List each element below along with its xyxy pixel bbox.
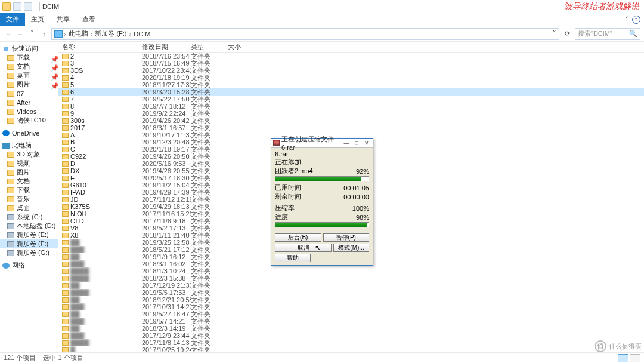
nav-history-dropdown[interactable]: ˅	[27, 29, 37, 39]
file-row[interactable]: 42020/1/18 19:19文件夹	[58, 74, 644, 81]
nav-up-button[interactable]: ↑	[39, 29, 49, 39]
crumb-drive[interactable]: 新加卷 (F:)	[94, 29, 128, 38]
nav-back-button[interactable]: ←	[4, 29, 13, 39]
sidebar-item-label: 音乐	[17, 195, 30, 204]
file-row[interactable]: ████2018/1/3 10:24文件夹	[58, 267, 644, 275]
folder-icon	[62, 197, 69, 202]
file-row[interactable]: 72019/5/22 17:50文件夹	[58, 96, 644, 103]
sidebar-item[interactable]: 桌面	[0, 204, 58, 213]
file-row[interactable]: 300s2019/4/26 20:42文件夹	[58, 117, 644, 124]
file-row[interactable]: ██2017/12/19 21:37文件夹	[58, 282, 644, 289]
chevron-right-icon[interactable]: ›	[129, 30, 132, 38]
file-name: ██	[70, 253, 80, 260]
file-row[interactable]: ███2019/5/7 14:21文件夹	[58, 318, 644, 325]
sidebar-item[interactable]: 系统 (C:)	[0, 213, 58, 222]
minimize-button[interactable]: —	[342, 140, 351, 147]
cancel-button[interactable]: 取消	[275, 244, 332, 252]
crumb-pc[interactable]: 此电脑	[67, 29, 89, 38]
file-row[interactable]: ██2018/2/3 14:19文件夹	[58, 325, 644, 332]
sidebar-item[interactable]: 此电脑	[0, 141, 58, 150]
tab-file[interactable]: 文件	[0, 13, 25, 26]
sidebar-item[interactable]: 新加卷 (E:)	[0, 230, 58, 239]
file-name: ██	[70, 310, 80, 318]
sidebar-item[interactable]: After	[0, 98, 58, 107]
nav-forward-button[interactable]: →	[16, 29, 25, 39]
file-row[interactable]: 52018/11/27 17:39文件夹	[58, 81, 644, 88]
breadcrumb[interactable]: › 此电脑 › 新加卷 (F:) › DCIM ˅	[51, 28, 559, 40]
sidebar-item[interactable]: 音乐	[0, 195, 58, 204]
view-details-button[interactable]	[618, 354, 628, 362]
breadcrumb-dropdown[interactable]: ˅	[553, 30, 556, 38]
sidebar-item[interactable]: 物侠TC10	[0, 116, 58, 125]
close-button[interactable]: ✕	[363, 140, 371, 147]
file-name: OLD	[70, 217, 84, 224]
sidebar-item[interactable]: OneDrive	[0, 128, 58, 137]
sidebar-item[interactable]: 视频	[0, 159, 58, 168]
sidebar-item[interactable]: 新加卷 (G:)	[0, 248, 58, 257]
chevron-right-icon[interactable]: ›	[64, 30, 66, 38]
file-name: D	[70, 160, 75, 167]
file-date: 2018/7/15 16:49	[142, 60, 191, 67]
file-row[interactable]: ███2017/10/31 14:27文件夹	[58, 303, 644, 310]
search-input[interactable]: 搜索"DCIM" 🔍	[575, 28, 640, 40]
file-row[interactable]: 62019/3/20 15:28文件夹	[58, 88, 644, 96]
sidebar-item[interactable]: 图片📌	[0, 80, 58, 89]
sidebar-item[interactable]: 07	[0, 89, 58, 98]
qat-item[interactable]	[24, 2, 32, 11]
file-date: 2017/10/31 14:27	[142, 303, 191, 310]
pause-button[interactable]: 暂停(P)	[323, 233, 370, 242]
file-row[interactable]: ██2019/5/27 18:47文件夹	[58, 310, 644, 318]
background-button[interactable]: 后台(B)	[275, 233, 321, 242]
file-row[interactable]: ███2017/12/9 23:44文件夹	[58, 332, 644, 339]
sidebar-item[interactable]: 快速访问	[0, 44, 58, 53]
sidebar-item[interactable]: 文档	[0, 177, 58, 186]
maximize-button[interactable]: □	[352, 140, 361, 147]
file-row[interactable]: ████2017/11/8 14:13文件夹	[58, 339, 644, 346]
file-row[interactable]: 32018/7/15 16:49文件夹	[58, 60, 644, 67]
sidebar-item[interactable]: 3D 对象	[0, 150, 58, 159]
help-icon[interactable]: ?	[632, 16, 640, 24]
folder-icon	[7, 109, 14, 115]
file-row[interactable]: 20172018/3/1 16:57文件夹	[58, 124, 644, 131]
help-button[interactable]: 帮助	[275, 254, 311, 262]
sidebar-item[interactable]: Videos	[0, 107, 58, 116]
mode-button[interactable]: 模式(M)...	[333, 244, 369, 252]
sidebar-item[interactable]: 本地磁盘 (D:)	[0, 222, 58, 230]
col-name[interactable]: 名称	[58, 42, 142, 52]
refresh-button[interactable]: ⟳	[562, 29, 572, 39]
ribbon-expand-icon[interactable]: ˅	[625, 16, 628, 23]
tab-home[interactable]: 主页	[25, 13, 51, 26]
file-name: ███	[70, 303, 84, 310]
file-row[interactable]: 22018/7/16 23:54文件夹	[58, 53, 644, 60]
pin-icon: 📌	[51, 64, 55, 69]
sidebar-item[interactable]: 下载📌	[0, 53, 58, 62]
col-size[interactable]: 大小	[228, 42, 264, 52]
sidebar-item[interactable]: 文档📌	[0, 62, 58, 71]
file-date: 2019/7/7 18:12	[142, 103, 191, 110]
qat-item[interactable]	[13, 2, 21, 11]
file-row[interactable]: ████2019/5/5 17:53文件夹	[58, 289, 644, 296]
tab-view[interactable]: 查看	[76, 13, 102, 26]
col-date[interactable]: 修改日期	[142, 42, 191, 52]
file-row[interactable]: 92019/9/2 22:24文件夹	[58, 110, 644, 117]
file-row[interactable]: 82019/7/7 18:12文件夹	[58, 103, 644, 110]
sidebar-item[interactable]: 图片	[0, 168, 58, 177]
view-icons-button[interactable]	[630, 354, 640, 362]
status-item-count: 121 个项目	[4, 353, 36, 362]
folder-icon	[62, 333, 69, 339]
crumb-folder[interactable]: DCIM	[132, 30, 151, 38]
file-date: 2017/11/6 9:18	[142, 217, 191, 224]
col-type[interactable]: 类型	[191, 42, 228, 52]
chevron-right-icon[interactable]: ›	[91, 30, 93, 38]
file-row[interactable]: ████2018/2/3 15:38文件夹	[58, 275, 644, 282]
sidebar-item[interactable]: 桌面📌	[0, 71, 58, 80]
folder-icon	[62, 97, 69, 102]
dialog-titlebar[interactable]: 正在创建压缩文件 6.rar — □ ✕	[271, 139, 373, 148]
file-row[interactable]: █2017/10/25 19:24文件夹	[58, 346, 644, 352]
file-row[interactable]: ██2018/12/21 20:58文件夹	[58, 296, 644, 303]
sidebar-item[interactable]: 下载	[0, 186, 58, 195]
sidebar-item[interactable]: 新加卷 (F:)	[0, 239, 58, 248]
sidebar-item[interactable]: 网络	[0, 261, 58, 270]
file-row[interactable]: 3DS2017/10/22 23:41文件夹	[58, 67, 644, 74]
tab-share[interactable]: 共享	[51, 13, 76, 26]
